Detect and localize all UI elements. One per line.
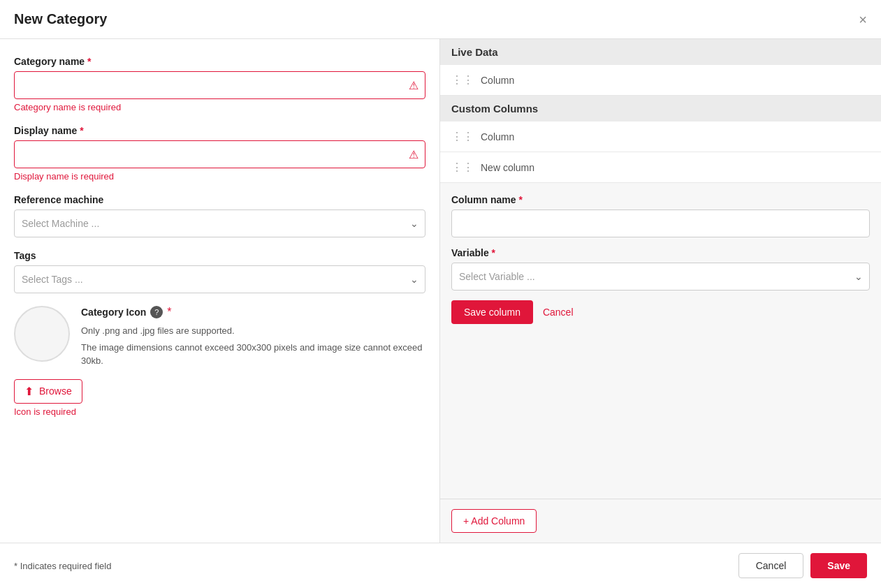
column-name-label: Column name *	[451, 194, 870, 205]
display-name-group: Display name * ⚠ Display name is require…	[14, 125, 425, 182]
modal-footer: * Indicates required field Cancel Save	[0, 543, 881, 588]
live-data-column-item: ⋮⋮ Column	[440, 65, 881, 96]
required-star-display: *	[80, 125, 83, 136]
left-panel: Category name * ⚠ Category name is requi…	[0, 39, 440, 543]
custom-column-1-item: ⋮⋮ Column	[440, 122, 881, 152]
footer-actions: Cancel Save	[738, 553, 867, 578]
icon-section: Category Icon ? * Only .png and .jpg fil…	[14, 306, 425, 371]
form-actions: Save column Cancel	[451, 300, 870, 324]
footer-save-button[interactable]: Save	[810, 553, 867, 578]
icon-error: Icon is required	[14, 406, 425, 417]
icon-field-label: Category Icon	[81, 307, 146, 318]
required-star-col: *	[518, 194, 522, 205]
select-tags-input[interactable]: Select Tags ...	[14, 265, 425, 293]
icon-description-1: Only .png and .jpg files are supported.	[81, 324, 425, 338]
required-star-var: *	[492, 247, 495, 258]
live-data-column-label: Column	[481, 75, 514, 86]
display-name-label: Display name *	[14, 125, 425, 136]
footer-cancel-button[interactable]: Cancel	[738, 553, 804, 578]
custom-column-1-label: Column	[481, 131, 514, 142]
custom-column-2-label: New column	[481, 162, 534, 173]
display-name-input[interactable]	[14, 140, 425, 168]
variable-label: Variable *	[451, 247, 870, 258]
category-name-label: Category name *	[14, 56, 425, 67]
select-tags-wrapper: Select Tags ... ⌄	[14, 265, 425, 293]
icon-preview	[14, 306, 70, 362]
category-name-input[interactable]	[14, 71, 425, 99]
display-name-input-wrapper: ⚠	[14, 140, 425, 168]
tags-group: Tags Select Tags ... ⌄	[14, 250, 425, 293]
modal-body: Category name * ⚠ Category name is requi…	[0, 39, 881, 543]
column-name-input[interactable]	[451, 210, 870, 237]
icon-label-row: Category Icon ? *	[81, 306, 425, 318]
display-name-error-icon: ⚠	[409, 148, 418, 161]
add-column-button[interactable]: + Add Column	[451, 509, 537, 533]
save-column-button[interactable]: Save column	[451, 300, 533, 324]
category-icon-group: Category Icon ? * Only .png and .jpg fil…	[14, 306, 425, 417]
browse-label: Browse	[39, 385, 72, 397]
right-panel-content: Live Data ⋮⋮ Column Custom Columns ⋮⋮ Co…	[440, 39, 881, 499]
reference-machine-group: Reference machine Select Machine ... ⌄	[14, 194, 425, 237]
live-data-header: Live Data	[440, 39, 881, 65]
cancel-column-button[interactable]: Cancel	[540, 300, 576, 324]
custom-column-2-item: ⋮⋮ New column	[440, 152, 881, 183]
icon-info: Category Icon ? * Only .png and .jpg fil…	[81, 306, 425, 371]
required-star-category: *	[87, 56, 91, 67]
modal: New Category × Category name * ⚠ Categor…	[0, 0, 881, 588]
modal-title: New Category	[14, 11, 107, 27]
add-column-section: + Add Column	[440, 499, 881, 543]
help-icon[interactable]: ?	[150, 306, 163, 318]
close-icon[interactable]: ×	[859, 13, 867, 27]
select-machine-wrapper: Select Machine ... ⌄	[14, 210, 425, 237]
drag-handle-col2[interactable]: ⋮⋮	[451, 161, 474, 174]
tags-label: Tags	[14, 250, 425, 261]
variable-select[interactable]: Select Variable ...	[451, 263, 870, 291]
upload-icon: ⬆	[24, 385, 34, 398]
modal-header: New Category ×	[0, 0, 881, 39]
custom-columns-header: Custom Columns	[440, 96, 881, 122]
select-machine-input[interactable]: Select Machine ...	[14, 210, 425, 237]
drag-handle-col1[interactable]: ⋮⋮	[451, 130, 474, 143]
right-panel: Live Data ⋮⋮ Column Custom Columns ⋮⋮ Co…	[440, 39, 881, 543]
new-column-form: Column name * Variable * Select Variable…	[440, 183, 881, 335]
icon-description-2: The image dimensions cannot exceed 300x3…	[81, 341, 425, 368]
variable-select-wrapper: Select Variable ... ⌄	[451, 263, 870, 291]
drag-handle-live[interactable]: ⋮⋮	[451, 73, 474, 87]
category-name-error-icon: ⚠	[409, 79, 418, 92]
required-star-icon: *	[167, 306, 171, 318]
category-name-group: Category name * ⚠ Category name is requi…	[14, 56, 425, 112]
category-name-input-wrapper: ⚠	[14, 71, 425, 99]
reference-machine-label: Reference machine	[14, 194, 425, 205]
required-note: * Indicates required field	[14, 561, 111, 571]
browse-button[interactable]: ⬆ Browse	[14, 379, 82, 404]
display-name-error: Display name is required	[14, 171, 425, 182]
category-name-error: Category name is required	[14, 102, 425, 112]
